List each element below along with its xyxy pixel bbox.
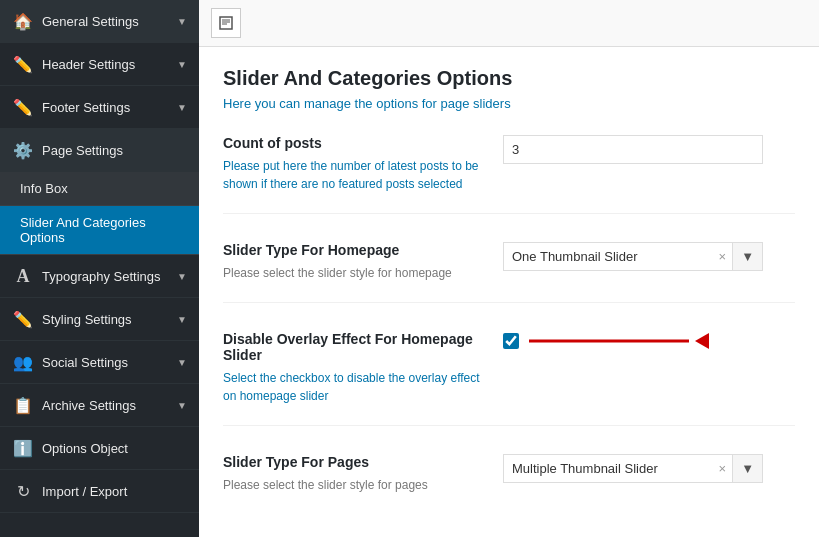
sidebar-item-header-settings[interactable]: ✏️ Header Settings ▼	[0, 43, 199, 86]
section-title-slider-hp: Slider Type For Homepage	[223, 242, 483, 258]
sidebar-item-slider-categories[interactable]: Slider And Categories Options	[0, 206, 199, 255]
sidebar-item-archive[interactable]: 📋 Archive Settings ▼	[0, 384, 199, 427]
arrow-indicator	[529, 331, 709, 351]
slider-pages-value: Multiple Thumbnail Slider	[504, 455, 713, 482]
section-left-count: Count of posts Please put here the numbe…	[223, 135, 483, 193]
section-desc-slider-pg: Please select the slider style for pages	[223, 476, 483, 494]
sidebar-item-footer-settings[interactable]: ✏️ Footer Settings ▼	[0, 86, 199, 129]
section-left-overlay: Disable Overlay Effect For Homepage Slid…	[223, 331, 483, 405]
section-right-slider-pg: Multiple Thumbnail Slider × ▼	[503, 454, 795, 483]
section-right-slider-hp: One Thumbnail Slider × ▼	[503, 242, 795, 271]
section-slider-homepage: Slider Type For Homepage Please select t…	[223, 242, 795, 303]
sidebar-item-social[interactable]: 👥 Social Settings ▼	[0, 341, 199, 384]
sidebar-label-header: Header Settings	[42, 57, 177, 72]
chevron-icon: ▼	[177, 102, 187, 113]
svg-rect-0	[220, 17, 232, 29]
slider-homepage-select[interactable]: One Thumbnail Slider × ▼	[503, 242, 763, 271]
slider-pages-clear[interactable]: ×	[713, 455, 734, 482]
slider-homepage-clear[interactable]: ×	[713, 243, 734, 270]
sidebar-label-styling: Styling Settings	[42, 312, 177, 327]
sidebar-item-options-object[interactable]: ℹ️ Options Object	[0, 427, 199, 470]
sidebar-item-general-settings[interactable]: 🏠 General Settings ▼	[0, 0, 199, 43]
section-title-overlay: Disable Overlay Effect For Homepage Slid…	[223, 331, 483, 363]
sidebar: 🏠 General Settings ▼ ✏️ Header Settings …	[0, 0, 199, 537]
home-icon: 🏠	[12, 10, 34, 32]
red-arrow-line	[529, 340, 689, 343]
sidebar-label-import: Import / Export	[42, 484, 187, 499]
gear-icon: ⚙️	[12, 139, 34, 161]
overlay-checkbox[interactable]	[503, 333, 519, 349]
page-subtitle: Here you can manage the options for page…	[223, 96, 795, 111]
red-arrow	[529, 331, 709, 351]
sidebar-label-social: Social Settings	[42, 355, 177, 370]
sidebar-item-page-settings[interactable]: ⚙️ Page Settings	[0, 129, 199, 172]
info-icon: ℹ️	[12, 437, 34, 459]
section-right-overlay	[503, 331, 795, 351]
toolbar	[199, 0, 819, 47]
page-title: Slider And Categories Options	[223, 67, 795, 90]
typography-icon: A	[12, 265, 34, 287]
subtitle-link[interactable]: page sliders	[441, 96, 511, 111]
chevron-icon: ▼	[177, 400, 187, 411]
section-desc-overlay: Select the checkbox to disable the overl…	[223, 369, 483, 405]
slider-pages-arrow[interactable]: ▼	[733, 455, 762, 482]
styling-icon: ✏️	[12, 308, 34, 330]
chevron-icon: ▼	[177, 357, 187, 368]
sidebar-label-slider-cat: Slider And Categories Options	[20, 215, 187, 245]
section-left-slider-hp: Slider Type For Homepage Please select t…	[223, 242, 483, 282]
chevron-icon: ▼	[177, 314, 187, 325]
sidebar-label-info-box: Info Box	[20, 181, 187, 196]
section-left-slider-pg: Slider Type For Pages Please select the …	[223, 454, 483, 494]
social-icon: 👥	[12, 351, 34, 373]
main-content: Slider And Categories Options Here you c…	[199, 0, 819, 537]
section-right-count	[503, 135, 795, 164]
archive-icon: 📋	[12, 394, 34, 416]
slider-homepage-arrow[interactable]: ▼	[733, 243, 762, 270]
chevron-icon: ▼	[177, 271, 187, 282]
sidebar-label-page: Page Settings	[42, 143, 187, 158]
chevron-icon: ▼	[177, 59, 187, 70]
section-slider-pages: Slider Type For Pages Please select the …	[223, 454, 795, 514]
sidebar-item-typography[interactable]: A Typography Settings ▼	[0, 255, 199, 298]
content-area: Slider And Categories Options Here you c…	[199, 47, 819, 537]
section-count-posts: Count of posts Please put here the numbe…	[223, 135, 795, 214]
section-desc-slider-hp: Please select the slider style for homep…	[223, 264, 483, 282]
red-arrow-head	[695, 333, 709, 349]
edit-icon: ✏️	[12, 53, 34, 75]
section-title-slider-pg: Slider Type For Pages	[223, 454, 483, 470]
slider-pages-select[interactable]: Multiple Thumbnail Slider × ▼	[503, 454, 763, 483]
sidebar-submenu-page: Info Box Slider And Categories Options	[0, 172, 199, 255]
sidebar-item-info-box[interactable]: Info Box	[0, 172, 199, 206]
section-disable-overlay: Disable Overlay Effect For Homepage Slid…	[223, 331, 795, 426]
page-icon-svg	[219, 16, 233, 30]
section-desc-count: Please put here the number of latest pos…	[223, 157, 483, 193]
sidebar-label-general: General Settings	[42, 14, 177, 29]
sidebar-label-options: Options Object	[42, 441, 187, 456]
edit-icon-footer: ✏️	[12, 96, 34, 118]
sidebar-item-styling[interactable]: ✏️ Styling Settings ▼	[0, 298, 199, 341]
sidebar-label-footer: Footer Settings	[42, 100, 177, 115]
section-title-count: Count of posts	[223, 135, 483, 151]
toolbar-page-icon[interactable]	[211, 8, 241, 38]
sidebar-label-archive: Archive Settings	[42, 398, 177, 413]
overlay-checkbox-area	[503, 331, 709, 351]
sidebar-label-typography: Typography Settings	[42, 269, 177, 284]
sidebar-item-import-export[interactable]: ↻ Import / Export	[0, 470, 199, 513]
count-posts-input[interactable]	[503, 135, 763, 164]
slider-homepage-value: One Thumbnail Slider	[504, 243, 713, 270]
subtitle-text: Here you can manage the options for	[223, 96, 437, 111]
chevron-icon: ▼	[177, 16, 187, 27]
import-export-icon: ↻	[12, 480, 34, 502]
